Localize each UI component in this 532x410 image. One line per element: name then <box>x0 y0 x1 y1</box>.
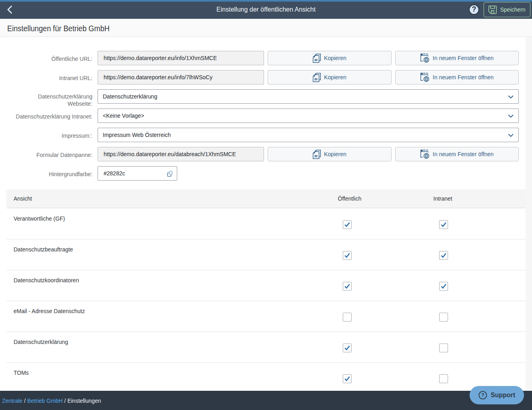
svg-text:?: ? <box>481 392 484 398</box>
